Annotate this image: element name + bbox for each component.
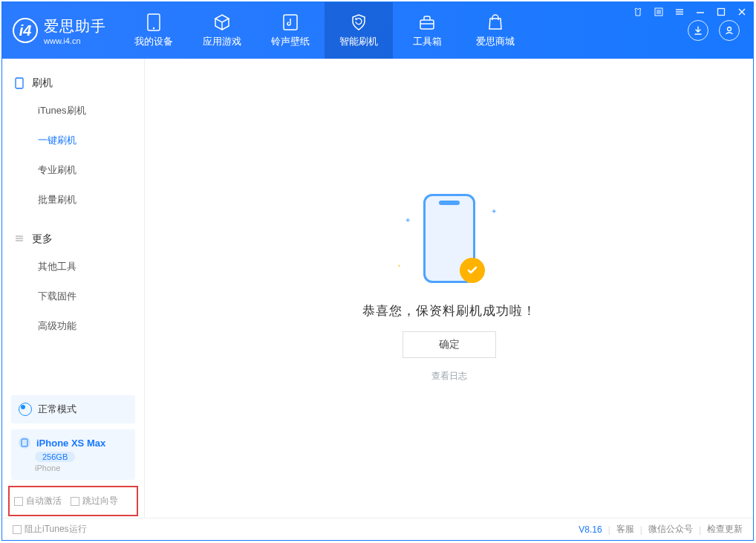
sidebar-item-download-firmware[interactable]: 下载固件 — [2, 282, 144, 311]
checkbox-label: 跳过向导 — [82, 495, 118, 507]
tab-label: 爱思商城 — [476, 35, 515, 48]
checkbox-label: 自动激活 — [26, 495, 62, 507]
window-controls — [631, 5, 749, 19]
sidebar-item-other-tools[interactable]: 其他工具 — [2, 252, 144, 282]
sparkle-icon: ✦ — [397, 263, 401, 268]
device-card[interactable]: iPhone XS Max 256GB iPhone — [11, 429, 135, 480]
sidebar-section-more: 更多 其他工具 下载固件 高级功能 — [2, 215, 144, 341]
sidebar-section-title: 刷机 — [32, 77, 53, 90]
svg-rect-21 — [22, 439, 27, 446]
sidebar-item-advanced[interactable]: 高级功能 — [2, 311, 144, 341]
success-check-badge-icon — [460, 258, 485, 283]
sparkle-icon: ✦ — [405, 216, 411, 224]
tab-label: 应用游戏 — [203, 35, 241, 48]
checkbox-skip-wizard[interactable]: 跳过向导 — [71, 495, 118, 507]
close-button[interactable] — [735, 5, 749, 19]
download-button[interactable] — [688, 20, 708, 41]
mode-icon — [19, 403, 32, 416]
checkbox-icon — [14, 497, 23, 506]
device-type: iPhone — [35, 464, 128, 472]
sidebar-item-itunes-flash[interactable]: iTunes刷机 — [2, 96, 144, 126]
checkbox-auto-activate[interactable]: 自动激活 — [14, 495, 62, 507]
list-icon[interactable] — [652, 5, 665, 19]
more-lines-icon — [14, 233, 26, 245]
view-log-link[interactable]: 查看日志 — [431, 370, 467, 383]
music-file-icon — [281, 13, 300, 32]
minimize-button[interactable] — [694, 5, 707, 19]
sidebar-bottom: 正常模式 iPhone XS Max 256GB iPhone 自动激活 跳过向… — [2, 395, 144, 518]
svg-rect-14 — [718, 9, 725, 16]
sidebar-item-pro-flash[interactable]: 专业刷机 — [2, 155, 144, 185]
tab-smart-flash[interactable]: 智能刷机 — [325, 2, 393, 59]
checks-highlight-box: 自动激活 跳过向导 — [8, 486, 138, 516]
cube-icon — [212, 13, 232, 32]
sidebar-header-flash: 刷机 — [2, 71, 144, 96]
success-message: 恭喜您，保资料刷机成功啦！ — [362, 302, 536, 319]
version-label: V8.16 — [579, 524, 602, 535]
tab-toolbox[interactable]: 工具箱 — [393, 2, 461, 59]
tab-ringtones-wallpapers[interactable]: 铃声壁纸 — [256, 2, 325, 59]
shirt-icon[interactable] — [631, 5, 645, 19]
tab-my-device[interactable]: 我的设备 — [120, 2, 188, 59]
sidebar-item-batch-flash[interactable]: 批量刷机 — [2, 185, 144, 215]
tab-label: 铃声壁纸 — [271, 35, 310, 48]
device-capacity: 256GB — [35, 452, 75, 462]
phone-small-icon — [14, 77, 26, 89]
tab-label: 工具箱 — [413, 35, 442, 48]
main-content: ✦ ✦ ✦ 恭喜您，保资料刷机成功啦！ 确定 查看日志 — [145, 59, 753, 518]
sidebar-section-title: 更多 — [32, 233, 53, 246]
svg-point-5 — [728, 27, 731, 31]
mode-label: 正常模式 — [38, 403, 76, 416]
ok-button[interactable]: 确定 — [403, 331, 496, 358]
refresh-shield-icon — [349, 13, 368, 32]
device-icon — [19, 437, 30, 449]
sidebar-section-flash: 刷机 iTunes刷机 一键刷机 专业刷机 批量刷机 — [2, 59, 144, 215]
tab-label: 智能刷机 — [339, 35, 378, 48]
toolbox-icon — [417, 13, 437, 32]
body-area: 刷机 iTunes刷机 一键刷机 专业刷机 批量刷机 更多 其他工具 下载固件 … — [2, 59, 753, 518]
device-name: iPhone XS Max — [36, 438, 105, 449]
checkbox-icon — [71, 497, 79, 506]
svg-rect-3 — [420, 20, 434, 29]
sidebar-item-onekey-flash[interactable]: 一键刷机 — [2, 126, 144, 155]
menu-icon[interactable] — [673, 5, 686, 19]
svg-point-1 — [153, 27, 154, 29]
brand-block: i4 爱思助手 www.i4.cn — [2, 2, 120, 59]
checkbox-label: 阻止iTunes运行 — [25, 523, 87, 536]
success-illustration: ✦ ✦ ✦ — [397, 194, 501, 290]
sparkle-icon: ✦ — [491, 207, 497, 215]
phone-icon — [144, 13, 163, 32]
brand-url: www.i4.cn — [44, 36, 106, 45]
link-check-update[interactable]: 检查更新 — [707, 523, 743, 536]
mode-card[interactable]: 正常模式 — [11, 395, 135, 423]
brand-text: 爱思助手 www.i4.cn — [44, 16, 106, 45]
tab-label: 我的设备 — [134, 35, 173, 48]
tab-store[interactable]: 爱思商城 — [461, 2, 529, 59]
maximize-button[interactable] — [714, 5, 728, 19]
checkbox-icon — [13, 525, 22, 534]
link-wechat[interactable]: 微信公众号 — [648, 523, 693, 536]
brand-name-cn: 爱思助手 — [44, 16, 106, 36]
logo-icon: i4 — [13, 18, 38, 43]
link-support[interactable]: 客服 — [616, 523, 634, 536]
tab-apps-games[interactable]: 应用游戏 — [188, 2, 256, 59]
checkbox-block-itunes[interactable]: 阻止iTunes运行 — [13, 523, 87, 536]
titlebar: i4 爱思助手 www.i4.cn 我的设备 应用游戏 铃声壁纸 智能刷机 — [2, 2, 753, 59]
svg-rect-17 — [16, 78, 23, 88]
sidebar-header-more: 更多 — [2, 227, 144, 252]
nav-tabs: 我的设备 应用游戏 铃声壁纸 智能刷机 工具箱 爱思商城 — [120, 2, 529, 59]
statusbar: 阻止iTunes运行 V8.16 | 客服 | 微信公众号 | 检查更新 — [2, 518, 753, 540]
app-window: i4 爱思助手 www.i4.cn 我的设备 应用游戏 铃声壁纸 智能刷机 — [1, 1, 754, 541]
account-button[interactable] — [719, 20, 740, 41]
sidebar: 刷机 iTunes刷机 一键刷机 专业刷机 批量刷机 更多 其他工具 下载固件 … — [2, 59, 145, 518]
bag-icon — [486, 13, 505, 32]
